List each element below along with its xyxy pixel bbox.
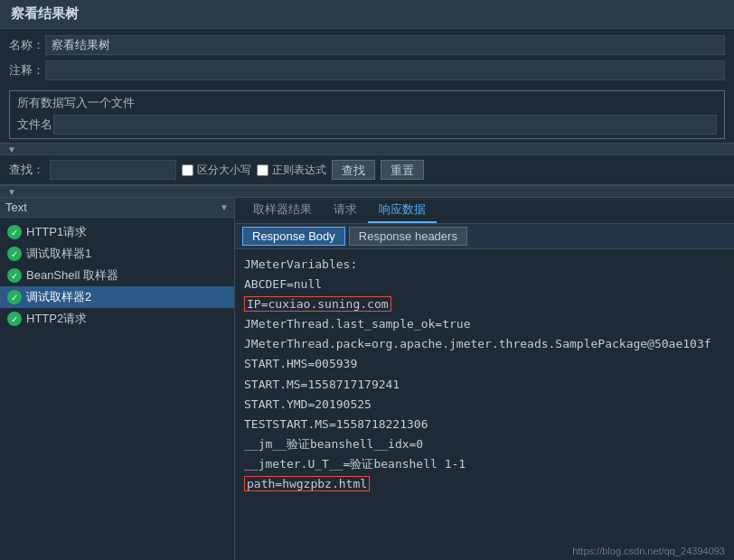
case-sensitive-label: 区分大小写 <box>197 163 251 178</box>
file-label: 文件名 <box>17 117 53 133</box>
sub-tabs-row: Response BodyResponse headers <box>235 224 734 249</box>
status-icon: ✓ <box>7 290 22 304</box>
tab-1[interactable]: 请求 <box>323 198 368 223</box>
status-icon: ✓ <box>7 312 22 326</box>
regex-group: 正则表达式 <box>257 163 326 178</box>
tree-item[interactable]: ✓HTTP1请求 <box>0 221 234 243</box>
response-line: __jmeter.U_T__=验证beanshell 1-1 <box>244 454 725 474</box>
response-line: JMeterVariables: <box>244 255 725 275</box>
regex-label: 正则表达式 <box>272 163 326 178</box>
tree-item[interactable]: ✓调试取样器1 <box>0 243 234 265</box>
response-line: START.YMD=20190525 <box>244 395 725 415</box>
window-title: 察看结果树 <box>11 5 79 21</box>
arrow-down-icon: ▼ <box>7 145 16 154</box>
form-section: 名称： 注释： <box>0 29 734 87</box>
sub-tab-1[interactable]: Response headers <box>349 227 467 246</box>
search-input[interactable] <box>50 160 176 180</box>
response-line: __jm__验证beanshell__idx=0 <box>244 434 725 454</box>
left-panel-title: Text <box>5 201 220 214</box>
main-area: Text ▼ ✓HTTP1请求✓调试取样器1✓BeanShell 取样器✓调试取… <box>0 198 734 560</box>
find-button[interactable]: 查找 <box>332 160 375 180</box>
status-icon: ✓ <box>7 247 22 261</box>
name-input[interactable] <box>45 35 725 55</box>
regex-checkbox[interactable] <box>257 164 268 176</box>
arrow-down-icon-2: ▼ <box>7 187 16 197</box>
tab-2[interactable]: 响应数据 <box>368 198 437 223</box>
response-body: JMeterVariables:ABCDEF=nullIP=cuxiao.sun… <box>235 249 734 560</box>
left-panel: Text ▼ ✓HTTP1请求✓调试取样器1✓BeanShell 取样器✓调试取… <box>0 198 235 560</box>
left-panel-header: Text ▼ <box>0 198 234 218</box>
file-input[interactable] <box>53 115 717 135</box>
response-line: TESTSTART.MS=1558718221306 <box>244 415 725 434</box>
tree-item-label: HTTP2请求 <box>26 311 87 327</box>
response-line: ABCDEF=null <box>244 275 725 294</box>
file-section: 所有数据写入一个文件 文件名 <box>9 90 725 139</box>
tree-item-label: 调试取样器2 <box>26 289 91 305</box>
name-row: 名称： <box>9 33 725 58</box>
tree-item[interactable]: ✓调试取样器2 <box>0 286 234 308</box>
tree-item-label: BeanShell 取样器 <box>26 267 118 284</box>
highlighted-text: IP=cuxiao.suning.com <box>244 296 391 312</box>
dropdown-icon[interactable]: ▼ <box>220 202 229 212</box>
reset-button[interactable]: 重置 <box>381 160 424 180</box>
comment-row: 注释： <box>9 58 725 83</box>
case-sensitive-group: 区分大小写 <box>182 163 251 178</box>
arrow-divider-top: ▼ <box>0 143 734 155</box>
sub-tab-0[interactable]: Response Body <box>242 227 345 246</box>
response-line: START.HMS=005939 <box>244 354 725 374</box>
search-section: 查找： 区分大小写 正则表达式 查找 重置 <box>0 155 734 185</box>
response-line: JMeterThread.last_sample_ok=true <box>244 314 725 334</box>
watermark: https://blog.csdn.net/qq_24394093 <box>572 546 725 556</box>
tree-item[interactable]: ✓HTTP2请求 <box>0 308 234 330</box>
response-line: START.MS=1558717179241 <box>244 375 725 395</box>
case-sensitive-checkbox[interactable] <box>182 164 193 176</box>
tab-0[interactable]: 取样器结果 <box>242 198 323 223</box>
tree-item-label: 调试取样器1 <box>26 246 91 262</box>
tabs-row: 取样器结果请求响应数据 <box>235 198 734 224</box>
tree-item-label: HTTP1请求 <box>26 224 87 240</box>
file-section-title: 所有数据写入一个文件 <box>17 95 717 111</box>
tree-list: ✓HTTP1请求✓调试取样器1✓BeanShell 取样器✓调试取样器2✓HTT… <box>0 218 234 560</box>
status-icon: ✓ <box>7 268 22 283</box>
search-label: 查找： <box>9 162 44 178</box>
status-icon: ✓ <box>7 225 22 239</box>
file-row: 文件名 <box>17 115 717 135</box>
tree-item[interactable]: ✓BeanShell 取样器 <box>0 265 234 286</box>
arrow-divider-bottom: ▼ <box>0 185 734 198</box>
right-panel: 取样器结果请求响应数据 Response BodyResponse header… <box>235 198 734 560</box>
response-line: JMeterThread.pack=org.apache.jmeter.thre… <box>244 334 725 354</box>
window-header: 察看结果树 <box>0 0 734 29</box>
response-line: path=hwgzpbz.html <box>244 474 725 494</box>
comment-label: 注释： <box>9 62 45 79</box>
response-line: IP=cuxiao.suning.com <box>244 294 725 314</box>
comment-input[interactable] <box>45 61 725 80</box>
name-label: 名称： <box>9 37 45 53</box>
highlighted-text: path=hwgzpbz.html <box>244 476 370 491</box>
